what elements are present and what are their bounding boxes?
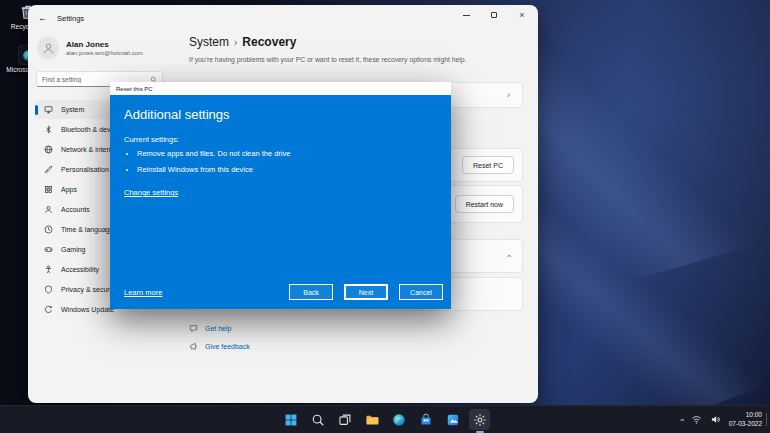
dialog-next-button[interactable]: Next [344,284,388,300]
gear-icon [473,413,487,427]
close-button[interactable]: × [508,5,536,25]
store-button[interactable] [415,409,436,430]
window-title: Settings [57,14,84,23]
chevron-up-icon: › [504,255,514,258]
sidebar-item-label: Accessibility [61,266,99,273]
page-description: If you're having problems with your PC o… [189,55,523,64]
clock-time: 10:00 [729,411,762,420]
photos-icon [446,413,460,427]
dialog-footer: Learn more Back Next Cancel [124,284,443,300]
help-links: Get help Give feedback [189,324,523,351]
get-help-label: Get help [205,325,231,332]
edge-icon [392,413,406,427]
folder-icon [365,413,379,427]
user-profile[interactable]: Alan Jones alan.jones.wm@hotmail.com [37,37,171,59]
store-icon [419,413,433,427]
taskbar: › 10:00 07-03-2022 [0,405,770,433]
sidebar-item-label: Apps [61,186,77,193]
network-icon [44,145,53,154]
tray-chevron-up-icon[interactable]: › [676,418,686,421]
minimize-button[interactable] [452,5,480,25]
edge-button[interactable] [388,409,409,430]
clock-date: 07-03-2022 [729,420,762,429]
sidebar-item-label: Time & language [61,226,114,233]
change-settings-link[interactable]: Change settings [124,188,178,197]
dialog-heading: Additional settings [124,107,437,122]
start-button[interactable] [280,409,301,430]
sidebar-item-label: Windows Update [61,306,114,313]
dialog-back-button[interactable]: Back [289,284,333,300]
dialog-body: Additional settings Current settings: Re… [110,95,451,309]
current-setting-item: Remove apps and files. Do not clean the … [137,149,437,158]
clock-icon [44,225,53,234]
reset-pc-button[interactable]: Reset PC [462,156,514,174]
dialog-buttons: Back Next Cancel [289,284,443,300]
sidebar-item-label: Privacy & security [61,286,117,293]
system-tray: › 10:00 07-03-2022 [680,406,762,433]
feedback-icon [189,342,198,351]
learn-more-link[interactable]: Learn more [124,288,162,297]
breadcrumb: System › Recovery [189,35,523,49]
avatar [37,37,59,59]
sidebar-item-label: System [61,106,84,113]
search-icon [311,413,325,427]
dialog-cancel-button[interactable]: Cancel [399,284,443,300]
give-feedback-link[interactable]: Give feedback [189,342,523,351]
titlebar[interactable]: ← Settings × [28,5,538,31]
system-icon [44,105,53,114]
get-help-link[interactable]: Get help [189,324,523,333]
accounts-icon [44,205,53,214]
current-setting-item: Reinstall Windows from this device [137,165,437,174]
give-feedback-label: Give feedback [205,343,250,350]
bluetooth-icon [44,125,53,134]
user-name: Alan Jones [66,40,143,49]
dialog-titlebar[interactable]: Reset this PC [110,82,451,95]
task-view-button[interactable] [334,409,355,430]
update-icon [44,305,53,314]
shield-icon [44,285,53,294]
windows-logo-icon [284,413,298,427]
chevron-right-icon: › [234,37,237,48]
personalisation-icon [44,165,53,174]
user-email: alan.jones.wm@hotmail.com [66,50,143,56]
restart-now-button[interactable]: Restart now [455,195,514,213]
accessibility-icon [44,265,53,274]
wifi-icon[interactable] [691,414,702,425]
task-view-icon [338,413,352,427]
sidebar-item-label: Gaming [61,246,86,253]
taskbar-center [280,406,490,433]
taskbar-search-button[interactable] [307,409,328,430]
maximize-icon [491,12,497,18]
help-chat-icon [189,324,198,333]
breadcrumb-system[interactable]: System [189,35,229,49]
gamepad-icon [44,245,53,254]
dialog-title: Reset this PC [116,86,153,92]
reset-pc-dialog: Reset this PC Additional settings Curren… [110,82,451,309]
volume-icon[interactable] [710,414,721,425]
sidebar-item-label: Personalisation [61,166,109,173]
current-settings-list: Remove apps and files. Do not clean the … [128,149,437,174]
page-title: Recovery [242,35,296,49]
current-settings-label: Current settings: [124,135,437,144]
apps-icon [44,185,53,194]
minimize-icon [463,15,470,16]
show-desktop-button[interactable] [766,413,767,426]
taskbar-clock[interactable]: 10:00 07-03-2022 [729,411,762,428]
settings-taskbar-button[interactable] [469,409,490,430]
photos-button[interactable] [442,409,463,430]
window-controls: × [452,5,536,25]
file-explorer-button[interactable] [361,409,382,430]
maximize-button[interactable] [480,5,508,25]
back-arrow-icon[interactable]: ← [38,13,47,23]
chevron-right-icon: › [507,90,510,100]
desktop: Recycle Bin Microsoft Edge ← Settings × … [0,0,770,433]
sidebar-item-label: Accounts [61,206,90,213]
